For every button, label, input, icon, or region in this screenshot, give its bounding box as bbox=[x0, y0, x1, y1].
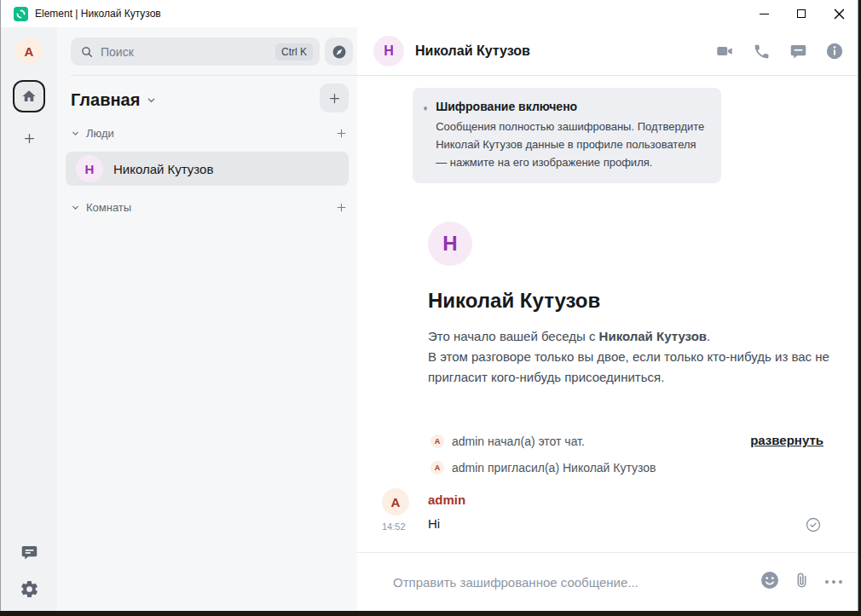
threads-icon bbox=[789, 43, 807, 60]
avatar: A bbox=[430, 461, 444, 475]
room-info-button[interactable] bbox=[825, 42, 844, 60]
intro-avatar[interactable]: Н bbox=[428, 222, 472, 266]
chat-bubble-icon bbox=[20, 544, 38, 561]
home-space-button[interactable] bbox=[13, 80, 45, 112]
message-sender-avatar[interactable]: A bbox=[382, 488, 409, 515]
room-avatar[interactable]: Н bbox=[373, 36, 404, 66]
intro-room-title: Николай Кутузов bbox=[428, 289, 600, 313]
room-list-item-nikolay[interactable]: Н Николай Кутузов bbox=[66, 152, 349, 186]
close-icon bbox=[834, 9, 845, 20]
composer-actions bbox=[760, 570, 844, 594]
message-text: Hi bbox=[428, 516, 440, 531]
emoji-button[interactable] bbox=[760, 570, 780, 594]
minimize-icon bbox=[760, 14, 769, 14]
chevron-down-icon bbox=[71, 203, 80, 212]
expand-events-link[interactable]: развернуть bbox=[750, 433, 823, 447]
paperclip-icon bbox=[793, 572, 811, 590]
message-input[interactable]: Отправить зашифрованное сообщение... bbox=[393, 575, 760, 590]
event-chat-created: A admin начал(а) этот чат. bbox=[430, 435, 585, 448]
intro-description: Это начало вашей беседы с Николай Кутузо… bbox=[428, 326, 861, 388]
phone-icon bbox=[753, 43, 771, 60]
encryption-notice: Шифрование включено Сообщения полностью … bbox=[413, 88, 721, 183]
create-space-button[interactable] bbox=[20, 130, 38, 147]
window-controls bbox=[745, 0, 858, 27]
settings-button[interactable] bbox=[20, 579, 39, 602]
close-button[interactable] bbox=[820, 0, 858, 27]
video-camera-icon bbox=[715, 42, 734, 60]
search-input[interactable] bbox=[101, 45, 275, 59]
titlebar: Element | Николай Кутузов bbox=[1, 0, 858, 27]
plus-icon bbox=[336, 128, 347, 139]
chat-view: Н Николай Кутузов bbox=[357, 27, 858, 611]
explore-rooms-button[interactable] bbox=[325, 37, 353, 66]
message-sender-name[interactable]: admin bbox=[428, 492, 465, 507]
plus-icon bbox=[328, 92, 341, 105]
search-shortcut-badge: Ctrl K bbox=[275, 43, 313, 60]
section-rooms[interactable]: Комнаты bbox=[71, 199, 347, 216]
avatar: A bbox=[430, 435, 444, 448]
avatar: Н bbox=[76, 155, 103, 182]
section-label: Комнаты bbox=[86, 201, 131, 214]
more-options-button[interactable] bbox=[823, 580, 844, 584]
message-composer: Отправить зашифрованное сообщение... bbox=[357, 552, 858, 611]
space-header[interactable]: Главная bbox=[71, 85, 157, 114]
section-label: Люди bbox=[86, 127, 114, 140]
chevron-down-icon bbox=[146, 95, 157, 106]
gear-icon bbox=[20, 579, 39, 599]
search-icon bbox=[80, 45, 94, 59]
search-box[interactable]: Ctrl K bbox=[71, 37, 320, 66]
event-text: admin начал(а) этот чат. bbox=[452, 435, 585, 448]
event-text: admin пригласил(а) Николай Кутузов bbox=[452, 461, 656, 475]
chevron-down-icon bbox=[71, 129, 80, 138]
add-room-button[interactable] bbox=[320, 83, 349, 112]
panel-divider bbox=[71, 75, 357, 76]
add-rooms-button[interactable] bbox=[336, 202, 347, 213]
shield-icon bbox=[423, 101, 428, 117]
window-title: Element | Николай Кутузов bbox=[35, 8, 161, 20]
threads-button[interactable] bbox=[789, 42, 807, 60]
attach-button[interactable] bbox=[793, 572, 811, 593]
maximize-button[interactable] bbox=[783, 0, 820, 27]
message-timestamp: 14:52 bbox=[382, 521, 406, 532]
event-invite: A admin пригласил(а) Николай Кутузов bbox=[430, 461, 656, 475]
element-app-window: Element | Николай Кутузов A bbox=[0, 0, 858, 611]
intro-line1-prefix: Это начало вашей беседы с bbox=[428, 329, 599, 343]
minimize-button[interactable] bbox=[745, 0, 783, 27]
plus-icon bbox=[336, 202, 347, 213]
intro-line1-name: Николай Кутузов bbox=[599, 329, 707, 343]
encryption-notice-body: Сообщения полностью зашифрованы. Подтвер… bbox=[436, 118, 708, 171]
voice-call-button[interactable] bbox=[752, 42, 771, 60]
header-actions bbox=[715, 42, 844, 60]
threads-activity-button[interactable] bbox=[20, 544, 38, 565]
room-name: Николай Кутузов bbox=[113, 162, 213, 176]
info-icon bbox=[825, 42, 844, 60]
add-people-button[interactable] bbox=[336, 128, 347, 139]
maximize-icon bbox=[797, 9, 806, 18]
intro-line1-suffix: . bbox=[707, 329, 710, 343]
video-call-button[interactable] bbox=[715, 42, 734, 60]
home-icon bbox=[21, 89, 37, 104]
user-avatar[interactable]: A bbox=[15, 37, 43, 65]
encryption-notice-title: Шифрование включено bbox=[436, 100, 708, 113]
message-timeline: Шифрование включено Сообщения полностью … bbox=[357, 76, 858, 552]
spaces-rail: A bbox=[1, 27, 57, 611]
chat-header: Н Николай Кутузов bbox=[357, 27, 858, 76]
emoji-icon bbox=[760, 570, 780, 590]
room-list-panel: Ctrl K Главная Люди bbox=[57, 27, 357, 611]
compass-icon bbox=[331, 43, 348, 60]
space-name: Главная bbox=[71, 90, 140, 110]
element-logo-icon bbox=[14, 7, 28, 21]
room-title[interactable]: Николай Кутузов bbox=[415, 43, 530, 59]
sent-receipt-icon bbox=[805, 516, 822, 537]
plus-icon bbox=[23, 132, 36, 145]
intro-line2: В этом разговоре только вы двое, если то… bbox=[428, 349, 829, 384]
section-people[interactable]: Люди bbox=[71, 124, 347, 141]
